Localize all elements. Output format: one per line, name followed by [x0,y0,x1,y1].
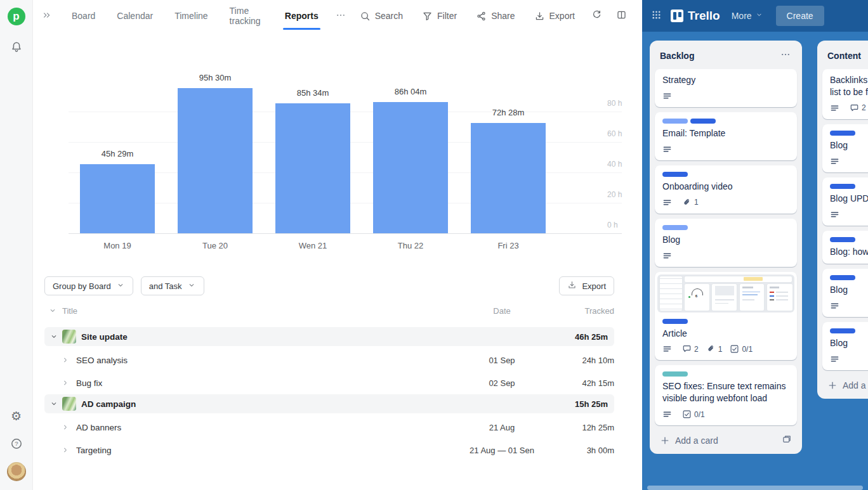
chevron-down-icon[interactable] [49,332,58,341]
column-title: Title [62,306,448,316]
filter-button[interactable]: Filter [414,7,464,25]
list-menu-icon[interactable] [779,48,792,63]
card-label[interactable] [690,119,716,124]
settings-gear-icon[interactable]: ⚙ [11,410,22,422]
board-horizontal-scrollbar[interactable] [647,486,863,490]
create-button[interactable]: Create [776,6,824,26]
notifications-bell-icon[interactable] [10,41,23,55]
card-label[interactable] [830,328,855,333]
nav-item-time-tracking[interactable]: Time tracking [219,0,274,32]
expand-sidebar-icon[interactable] [42,10,52,22]
board-group-row[interactable]: AD campaign 15h 25m [44,394,614,413]
add-a-card-button[interactable]: Add a card [827,380,868,390]
export-label: Export [582,281,606,291]
trello-card[interactable]: Email: Template [655,112,797,160]
card-label[interactable] [662,371,688,377]
task-row[interactable]: Bug fix 02 Sep 42h 15m [44,371,614,394]
badge-description [830,103,842,113]
card-template-icon[interactable] [782,434,792,446]
table-export-button[interactable]: Export [559,276,614,295]
collapse-all-icon[interactable] [48,306,57,315]
task-date: 21 Aug [448,423,556,432]
task-tracked: 12h 25m [556,423,614,432]
description-icon [662,251,672,261]
description-icon [830,210,839,219]
checklist-icon [730,344,739,354]
add-a-card-button[interactable]: Add a card [660,435,778,446]
chart-bar[interactable] [275,103,350,233]
trello-card[interactable]: Blog [822,269,868,317]
card-label[interactable] [662,119,688,124]
trello-card[interactable]: Blog [655,219,797,267]
split-view-button[interactable] [611,6,632,26]
chart-bar[interactable] [373,102,448,233]
board-group-row[interactable]: Site update 46h 25m [44,327,614,346]
nav-more-button[interactable] [329,10,352,22]
trello-card[interactable]: Onboarding video1 [655,165,797,214]
nav-item-label: Calendar [117,11,153,21]
user-avatar[interactable] [7,462,26,481]
nav-item-timeline[interactable]: Timeline [164,0,218,32]
trello-card[interactable]: Blog [822,322,868,370]
add-a-card-label: Add a card [675,435,718,446]
share-button[interactable]: Share [468,7,522,25]
task-row[interactable]: Targeting 21 Aug — 01 Sen 3h 00m [44,439,614,461]
card-labels [662,225,789,230]
board-thumbnail [62,397,76,411]
card-label[interactable] [662,319,688,324]
chevron-right-icon[interactable] [61,356,70,364]
description-icon [830,301,839,311]
chart-bar[interactable] [471,123,546,233]
left-rail: p ⚙ ? [0,0,33,490]
search-button[interactable]: Search [352,7,411,25]
card-badges [830,354,868,364]
nav-item-board[interactable]: Board [61,0,106,32]
trello-card[interactable]: Blog: how [822,231,868,264]
trello-card[interactable]: Backlinks for list to be featured2 [822,69,868,119]
trello-card[interactable]: Blog UPD: [822,177,868,226]
card-label[interactable] [830,184,855,189]
and-task-dropdown[interactable]: and Task [141,276,204,295]
card-label[interactable] [830,131,855,136]
task-row[interactable]: SEO analysis 01 Sep 24h 10m [44,349,614,371]
refresh-button[interactable] [586,6,607,26]
nav-item-calendar[interactable]: Calendar [106,0,164,32]
trello-board: Backlog StrategyEmail: TemplateOnboardin… [642,32,868,490]
card-labels [830,275,868,280]
trello-logo-icon [671,10,683,22]
export-button[interactable]: Export [527,7,582,25]
chevron-down-icon[interactable] [49,399,58,408]
badge-description [662,251,674,261]
chart-bar[interactable] [80,164,155,233]
attachment-icon [682,198,692,207]
badge-checklist: 0/1 [682,409,705,419]
apps-grid-icon[interactable] [651,10,662,22]
trello-card[interactable]: 6 Article210/1 [655,272,797,361]
task-row[interactable]: AD banners 21 Aug 12h 25m [44,416,614,439]
more-label: More [732,11,752,21]
card-label[interactable] [662,172,688,177]
trello-card[interactable]: Strategy [655,69,797,107]
chevron-right-icon[interactable] [61,423,70,432]
card-label[interactable] [830,237,855,242]
card-label[interactable] [662,225,688,230]
trello-logo[interactable]: Trello [671,9,720,23]
trello-card[interactable]: SEO fixes: Ensure text remains visible d… [655,365,797,425]
description-icon [830,354,839,364]
card-badges [830,157,868,166]
group-by-board-dropdown[interactable]: Group by Board [44,276,133,295]
chevron-right-icon[interactable] [61,446,70,455]
chevron-right-icon[interactable] [61,378,70,387]
help-icon[interactable]: ? [10,437,23,452]
card-label[interactable] [830,275,855,280]
card-title: Backlinks for list to be featured [830,74,868,98]
nav-item-label: Timeline [174,11,207,21]
list-name: Content [827,51,868,61]
trello-card[interactable]: Blog [822,124,868,172]
chart-bar[interactable] [178,88,253,233]
card-badges [662,91,789,101]
more-menu-button[interactable]: More [732,11,763,21]
nav-item-reports[interactable]: Reports [274,0,329,32]
planyway-logo[interactable]: p [8,8,25,25]
main-nav: BoardCalendarTimelineTime trackingReport… [61,0,352,32]
